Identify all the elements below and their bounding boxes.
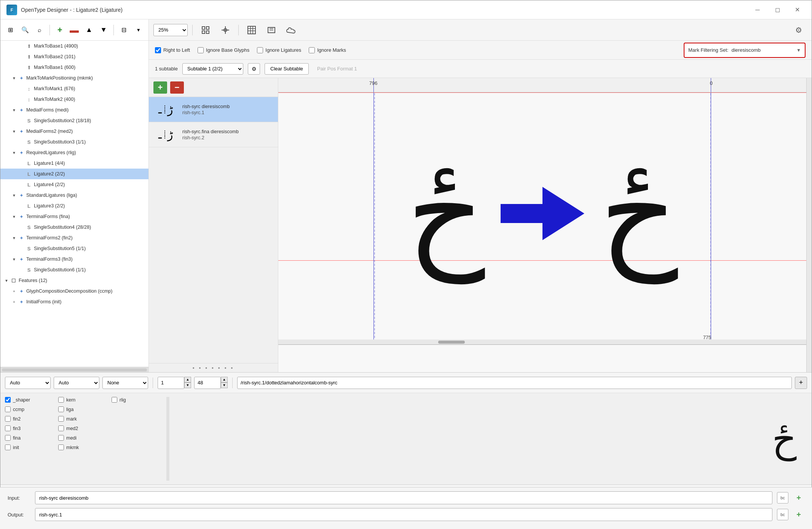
cb-liga[interactable] [58,406,64,412]
sidebar-tool-1[interactable]: ⊞ [4,23,16,37]
tree-item-marktobase2[interactable]: ⬆ MarkToBase2 (101) [0,51,148,62]
cb-shaper[interactable] [5,397,11,403]
cb-med2-label[interactable]: med2 [66,426,78,431]
gs-spin-up-1[interactable]: ▲ [184,377,191,382]
mark-filter-dropdown-icon[interactable]: ▼ [796,48,801,53]
gs-num-input-1[interactable] [158,377,184,389]
tree-item-medialforms2[interactable]: ▼ ✦ MedialForms2 (med2) [0,126,148,137]
cb-medi-label[interactable]: medi [66,435,77,441]
cb-liga-label[interactable]: liga [66,407,73,412]
tree-item-singlesub4[interactable]: S SingleSubstitution4 (28/28) [0,222,148,233]
cb-rlig-label[interactable]: rlig [120,397,126,403]
settings-gear-button[interactable]: ⚙ [790,23,807,37]
cb-fin2-label[interactable]: fin2 [13,416,21,422]
tree-item-terminalforms[interactable]: ▼ ✦ TerminalForms (fina) [0,211,148,222]
tree-item-lig3[interactable]: L Ligature3 (2/2) [0,201,148,211]
cb-fina-label[interactable]: fina [13,435,21,441]
cb-kern-label[interactable]: kern [66,397,75,403]
cb-medi[interactable] [58,435,64,441]
tree-item-marktobase-600[interactable]: ⬆ MarkToBase1 (600) [0,62,148,73]
ligature-item-2[interactable]: ڑ⸽ـ rish-syrc.fina dieresiscomb rish-syr… [149,122,278,147]
tree-item-lig4[interactable]: L Ligature4 (2/2) [0,179,148,190]
cb-med2[interactable] [58,425,64,431]
gs-num-input-2[interactable] [194,377,221,389]
cb-kern[interactable] [58,397,64,403]
remove-ligature-button[interactable]: − [170,81,184,94]
close-button[interactable]: ✕ [789,4,806,16]
add-item-button[interactable]: + [54,23,66,37]
gs-spin-up-2[interactable]: ▲ [221,377,228,382]
cb-fin3[interactable] [5,425,11,431]
minimize-button[interactable]: ─ [749,4,766,16]
table-view-button[interactable]: ⊟ [118,23,130,37]
center-button[interactable] [217,23,234,37]
zoom-select[interactable]: 25% 50% 75% 100% [153,24,188,36]
cb-ccmp-label[interactable]: ccmp [13,407,24,412]
gs-plus-button[interactable]: + [795,377,807,389]
move-up-button[interactable]: ▲ [83,23,95,37]
cb-ccmp[interactable] [5,406,11,412]
preview-scrollbar[interactable] [278,339,806,345]
gs-select-2[interactable]: Auto [54,377,99,389]
dropdown-view-button[interactable]: ▼ [132,23,145,37]
cb-mkmk[interactable] [58,445,64,450]
ignore-marks-label[interactable]: Ignore Marks [317,47,346,53]
tree-item-marktomark[interactable]: ▼ ✦ MarkToMarkPositioning (mkmk) [0,73,148,83]
tree-item-singlesub5[interactable]: S SingleSubstitution5 (1/1) [0,243,148,254]
cb-rlig[interactable] [112,397,117,403]
tree-item-marktobase1[interactable]: ⬆ MarkToBase1 (4900) [0,41,148,51]
tree-item-standardlig[interactable]: ▼ ✦ StandardLigatures (liga) [0,190,148,201]
subtable-settings-button[interactable]: ⚙ [248,63,260,75]
remove-item-button[interactable] [68,23,80,37]
tree-item-features[interactable]: ▼ ☐ Features (12) [0,275,148,286]
tree-item-medialforms[interactable]: ▼ ✦ MedialForms (medi) [0,105,148,115]
cb-shaper-label[interactable]: _shaper [13,397,30,403]
tree-item-terminalforms2[interactable]: ▼ ✦ TerminalForms2 (fin2) [0,233,148,243]
rtl-label[interactable]: Right to Left [163,47,190,53]
tree-item-lig2[interactable]: L Ligature2 (2/2) [0,169,148,179]
cb-mark-label[interactable]: mark [66,416,77,422]
gs-spin-down-1[interactable]: ▼ [184,382,191,388]
cb-mark[interactable] [58,416,64,422]
ignore-marks-checkbox[interactable] [309,47,315,53]
tree-item-singlesub2[interactable]: S SingleSubstitution2 (18/18) [0,115,148,126]
scrollbar-thumb[interactable] [438,341,465,344]
cb-fina[interactable] [5,435,11,441]
cloud-button[interactable] [283,23,300,37]
gs-select-1[interactable]: Auto [5,377,51,389]
tree-item-singlesub3[interactable]: S SingleSubstitution3 (1/1) [0,137,148,147]
gs-spin-down-2[interactable]: ▼ [221,382,228,388]
cb-init-label[interactable]: init [13,445,19,450]
cb-mkmk-label[interactable]: mkmk [66,445,79,450]
fit-view-button[interactable] [197,23,214,37]
tree-item-marktomark1[interactable]: ↕ MarkToMark1 (676) [0,83,148,94]
tree-item-terminalforms3[interactable]: ▼ ✦ TerminalForms3 (fin3) [0,254,148,264]
cb-fin3-label[interactable]: fin3 [13,426,21,431]
table-view-btn[interactable] [243,23,260,37]
vertical-resize-handle[interactable] [166,397,169,481]
maximize-button[interactable]: ◻ [769,4,786,16]
tree-item-init[interactable]: + ✦ InitialForms (init) [0,296,148,307]
gs-select-3[interactable]: None [102,377,148,389]
right-resize-handle[interactable] [806,78,812,372]
tree-item-ccmp[interactable]: + ✦ GlyphCompositionDecomposition (ccmp) [0,286,148,296]
ligature-item-1[interactable]: ڑ⸽ـ rish-syrc dieresiscomb rish-syrc.1 [149,97,278,122]
ignore-lig-checkbox[interactable] [257,47,263,53]
subtable-select[interactable]: Subtable 1 (2/2) [182,63,243,75]
cb-init[interactable] [5,445,11,450]
cb-fin2[interactable] [5,416,11,422]
tree-item-requiredlig[interactable]: ▼ ✦ RequiredLigatures (rlig) [0,147,148,158]
sidebar-tool-3[interactable]: ⌕ [34,23,46,37]
rtl-checkbox[interactable] [155,47,161,53]
clear-subtable-button[interactable]: Clear Subtable [265,63,309,75]
sidebar-tool-2[interactable]: 🔍 [19,23,31,37]
move-down-button[interactable]: ▼ [97,23,110,37]
ignore-base-label[interactable]: Ignore Base Glyphs [206,47,249,53]
add-ligature-button[interactable]: + [153,81,167,94]
tree-item-singlesub6[interactable]: S SingleSubstitution6 (1/1) [0,264,148,275]
tree-item-marktomark2[interactable]: ↕ MarkToMark2 (400) [0,94,148,105]
tree-item-lig1[interactable]: L Ligature1 (4/4) [0,158,148,169]
ignore-lig-label[interactable]: Ignore Ligatures [265,47,301,53]
ignore-base-checkbox[interactable] [198,47,204,53]
preview-button[interactable] [263,23,280,37]
